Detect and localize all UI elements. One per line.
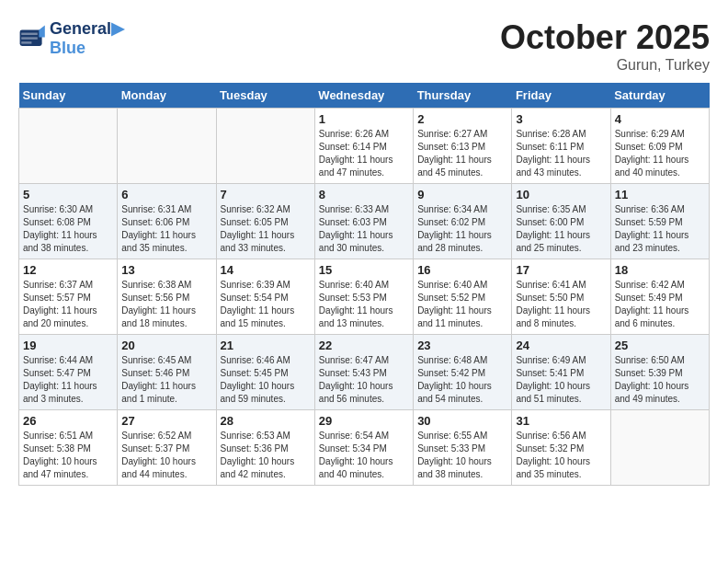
calendar-week-row: 5Sunrise: 6:30 AM Sunset: 6:08 PM Daylig… (19, 184, 710, 259)
calendar-cell: 22Sunrise: 6:47 AM Sunset: 5:43 PM Dayli… (314, 335, 413, 410)
day-number: 16 (417, 263, 507, 277)
day-number: 13 (121, 263, 211, 277)
logo-icon (18, 24, 48, 53)
day-info: Sunrise: 6:49 AM Sunset: 5:41 PM Dayligh… (516, 354, 606, 406)
weekday-header-thursday: Thursday (414, 83, 512, 109)
calendar-table: SundayMondayTuesdayWednesdayThursdayFrid… (18, 83, 710, 486)
calendar-cell: 10Sunrise: 6:35 AM Sunset: 6:00 PM Dayli… (512, 184, 610, 259)
calendar-cell: 14Sunrise: 6:39 AM Sunset: 5:54 PM Dayli… (216, 259, 314, 335)
day-info: Sunrise: 6:47 AM Sunset: 5:43 PM Dayligh… (319, 354, 409, 406)
day-info: Sunrise: 6:50 AM Sunset: 5:39 PM Dayligh… (615, 354, 705, 406)
calendar-cell: 30Sunrise: 6:55 AM Sunset: 5:33 PM Dayli… (414, 410, 512, 486)
day-number: 24 (516, 339, 606, 352)
calendar-cell: 29Sunrise: 6:54 AM Sunset: 5:34 PM Dayli… (314, 410, 413, 486)
day-info: Sunrise: 6:30 AM Sunset: 6:08 PM Dayligh… (23, 203, 113, 255)
day-info: Sunrise: 6:34 AM Sunset: 6:02 PM Dayligh… (417, 203, 507, 255)
day-number: 1 (319, 112, 409, 126)
day-number: 7 (221, 188, 311, 201)
day-number: 9 (417, 188, 507, 201)
day-number: 5 (23, 188, 113, 201)
calendar-cell: 3Sunrise: 6:28 AM Sunset: 6:11 PM Daylig… (512, 109, 610, 184)
day-info: Sunrise: 6:44 AM Sunset: 5:47 PM Dayligh… (23, 354, 113, 406)
calendar-week-row: 26Sunrise: 6:51 AM Sunset: 5:38 PM Dayli… (19, 410, 710, 486)
calendar-cell: 21Sunrise: 6:46 AM Sunset: 5:45 PM Dayli… (216, 335, 314, 410)
calendar-cell: 28Sunrise: 6:53 AM Sunset: 5:36 PM Dayli… (216, 410, 314, 486)
day-info: Sunrise: 6:31 AM Sunset: 6:06 PM Dayligh… (121, 203, 211, 255)
calendar-week-row: 1Sunrise: 6:26 AM Sunset: 6:14 PM Daylig… (19, 109, 710, 184)
day-info: Sunrise: 6:40 AM Sunset: 5:52 PM Dayligh… (417, 279, 507, 330)
calendar-cell: 9Sunrise: 6:34 AM Sunset: 6:02 PM Daylig… (414, 184, 512, 259)
weekday-header-friday: Friday (512, 83, 610, 109)
day-info: Sunrise: 6:27 AM Sunset: 6:13 PM Dayligh… (417, 128, 507, 179)
day-number: 12 (23, 263, 113, 277)
calendar-cell: 20Sunrise: 6:45 AM Sunset: 5:46 PM Dayli… (118, 335, 216, 410)
day-info: Sunrise: 6:37 AM Sunset: 5:57 PM Dayligh… (23, 279, 113, 330)
day-info: Sunrise: 6:33 AM Sunset: 6:03 PM Dayligh… (319, 203, 409, 255)
day-number: 26 (23, 414, 113, 428)
page-header: General▶ Blue October 2025 Gurun, Turkey (18, 18, 710, 74)
month-title: October 2025 (500, 18, 710, 57)
day-number: 25 (615, 339, 705, 352)
day-info: Sunrise: 6:35 AM Sunset: 6:00 PM Dayligh… (516, 203, 606, 255)
day-number: 4 (615, 112, 705, 126)
day-number: 17 (516, 263, 606, 277)
calendar-cell: 1Sunrise: 6:26 AM Sunset: 6:14 PM Daylig… (314, 109, 413, 184)
day-number: 22 (319, 339, 409, 352)
svg-rect-3 (21, 37, 38, 39)
day-info: Sunrise: 6:32 AM Sunset: 6:05 PM Dayligh… (221, 203, 311, 255)
day-info: Sunrise: 6:46 AM Sunset: 5:45 PM Dayligh… (221, 354, 311, 406)
day-number: 2 (417, 112, 507, 126)
calendar-cell: 19Sunrise: 6:44 AM Sunset: 5:47 PM Dayli… (19, 335, 118, 410)
day-number: 3 (516, 112, 606, 126)
calendar-cell: 24Sunrise: 6:49 AM Sunset: 5:41 PM Dayli… (512, 335, 610, 410)
calendar-week-row: 12Sunrise: 6:37 AM Sunset: 5:57 PM Dayli… (19, 259, 710, 335)
day-info: Sunrise: 6:36 AM Sunset: 5:59 PM Dayligh… (615, 203, 705, 255)
calendar-cell: 31Sunrise: 6:56 AM Sunset: 5:32 PM Dayli… (512, 410, 610, 486)
weekday-header-saturday: Saturday (610, 83, 709, 109)
svg-rect-2 (21, 32, 38, 34)
day-info: Sunrise: 6:41 AM Sunset: 5:50 PM Dayligh… (516, 279, 606, 330)
calendar-cell: 6Sunrise: 6:31 AM Sunset: 6:06 PM Daylig… (118, 184, 216, 259)
day-number: 8 (319, 188, 409, 201)
day-number: 30 (417, 414, 507, 428)
day-info: Sunrise: 6:28 AM Sunset: 6:11 PM Dayligh… (516, 128, 606, 179)
calendar-cell (118, 109, 216, 184)
weekday-header-monday: Monday (118, 83, 216, 109)
calendar-cell: 7Sunrise: 6:32 AM Sunset: 6:05 PM Daylig… (216, 184, 314, 259)
calendar-cell: 2Sunrise: 6:27 AM Sunset: 6:13 PM Daylig… (414, 109, 512, 184)
calendar-cell: 5Sunrise: 6:30 AM Sunset: 6:08 PM Daylig… (19, 184, 118, 259)
calendar-cell (216, 109, 314, 184)
day-info: Sunrise: 6:42 AM Sunset: 5:49 PM Dayligh… (615, 279, 705, 330)
calendar-cell: 25Sunrise: 6:50 AM Sunset: 5:39 PM Dayli… (610, 335, 709, 410)
day-number: 14 (221, 263, 311, 277)
day-number: 18 (615, 263, 705, 277)
svg-rect-4 (21, 41, 31, 43)
logo: General▶ Blue (18, 18, 124, 58)
calendar-cell: 16Sunrise: 6:40 AM Sunset: 5:52 PM Dayli… (414, 259, 512, 335)
day-number: 27 (121, 414, 211, 428)
calendar-cell: 23Sunrise: 6:48 AM Sunset: 5:42 PM Dayli… (414, 335, 512, 410)
day-number: 31 (516, 414, 606, 428)
day-number: 28 (221, 414, 311, 428)
day-info: Sunrise: 6:48 AM Sunset: 5:42 PM Dayligh… (417, 354, 507, 406)
calendar-cell: 26Sunrise: 6:51 AM Sunset: 5:38 PM Dayli… (19, 410, 118, 486)
calendar-cell: 27Sunrise: 6:52 AM Sunset: 5:37 PM Dayli… (118, 410, 216, 486)
day-info: Sunrise: 6:26 AM Sunset: 6:14 PM Dayligh… (319, 128, 409, 179)
calendar-cell (19, 109, 118, 184)
weekday-header-sunday: Sunday (19, 83, 118, 109)
day-info: Sunrise: 6:52 AM Sunset: 5:37 PM Dayligh… (121, 430, 211, 481)
day-info: Sunrise: 6:53 AM Sunset: 5:36 PM Dayligh… (221, 430, 311, 481)
logo-text: General▶ Blue (50, 18, 124, 58)
title-block: October 2025 Gurun, Turkey (500, 18, 710, 74)
calendar-cell: 12Sunrise: 6:37 AM Sunset: 5:57 PM Dayli… (19, 259, 118, 335)
day-info: Sunrise: 6:39 AM Sunset: 5:54 PM Dayligh… (221, 279, 311, 330)
calendar-cell (610, 410, 709, 486)
day-info: Sunrise: 6:29 AM Sunset: 6:09 PM Dayligh… (615, 128, 705, 179)
calendar-cell: 18Sunrise: 6:42 AM Sunset: 5:49 PM Dayli… (610, 259, 709, 335)
location-subtitle: Gurun, Turkey (500, 57, 710, 74)
day-info: Sunrise: 6:56 AM Sunset: 5:32 PM Dayligh… (516, 430, 606, 481)
day-number: 11 (615, 188, 705, 201)
weekday-header-tuesday: Tuesday (216, 83, 314, 109)
weekday-header-wednesday: Wednesday (314, 83, 413, 109)
day-number: 15 (319, 263, 409, 277)
